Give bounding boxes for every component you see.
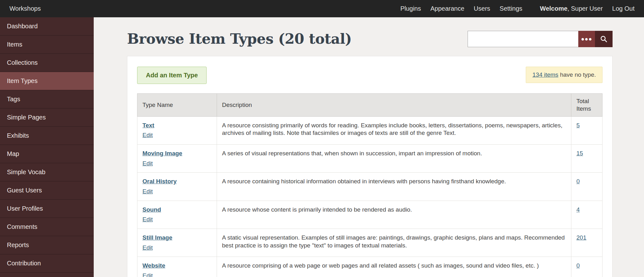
page-title: Browse Item Types (20 total) <box>127 30 352 47</box>
type-name-link[interactable]: Sound <box>142 206 161 214</box>
sidebar-item-items[interactable]: Items <box>0 36 94 54</box>
sidebar-menu: DashboardItemsCollectionsItem TypesTagsS… <box>0 17 94 273</box>
welcome-username: , Super User <box>568 5 603 12</box>
welcome-bold: Welcome <box>540 5 567 12</box>
column-header-total-items: Total Items <box>571 94 602 117</box>
edit-link[interactable]: Edit <box>142 160 153 168</box>
search-box: ●●● <box>468 31 613 47</box>
sidebar-item-user-profiles[interactable]: User Profiles <box>0 200 94 218</box>
type-description: A static visual representation. Examples… <box>217 229 571 257</box>
sidebar-item-tags[interactable]: Tags <box>0 90 94 108</box>
type-description: A series of visual representations that,… <box>217 144 571 172</box>
table-row: Still ImageEditA static visual represent… <box>137 229 602 257</box>
search-button[interactable] <box>595 31 613 47</box>
sidebar-item-simple-vocab[interactable]: Simple Vocab <box>0 163 94 181</box>
edit-link[interactable]: Edit <box>142 131 153 139</box>
page-header: Browse Item Types (20 total) ●●● <box>127 30 613 47</box>
column-header-description: Description <box>217 94 571 117</box>
type-description: A resource whose content is primarily in… <box>217 201 571 229</box>
total-items-link[interactable]: 15 <box>576 150 583 157</box>
table-header-row: Type Name Description Total Items <box>137 94 602 117</box>
content-panel: Add an Item Type 134 items have no type.… <box>127 56 613 277</box>
edit-link[interactable]: Edit <box>142 188 153 196</box>
welcome-text: Welcome, Super User <box>540 5 603 12</box>
topbar-link-plugins[interactable]: Plugins <box>400 5 421 12</box>
sidebar-item-dashboard[interactable]: Dashboard <box>0 17 94 36</box>
table-row: TextEditA resource consisting primarily … <box>137 116 602 144</box>
sidebar-item-label[interactable]: Collections <box>7 59 38 66</box>
sidebar-item-label[interactable]: Comments <box>7 223 37 230</box>
no-type-count-link[interactable]: 134 items <box>532 71 558 78</box>
topbar-link-appearance[interactable]: Appearance <box>430 5 464 12</box>
panel-top: Add an Item Type 134 items have no type. <box>137 67 602 84</box>
sidebar-item-label[interactable]: Items <box>7 41 22 48</box>
type-description: A resource comprising of a web page or w… <box>217 257 571 277</box>
top-bar: Workshops Plugins Appearance Users Setti… <box>0 0 644 17</box>
sidebar-item-map[interactable]: Map <box>0 145 94 163</box>
total-items-link[interactable]: 5 <box>576 122 580 129</box>
sidebar-item-label[interactable]: Contribution <box>7 260 41 267</box>
main-content: Browse Item Types (20 total) ●●● Add an … <box>94 17 644 277</box>
sidebar-item-collections[interactable]: Collections <box>0 54 94 72</box>
sidebar-item-label[interactable]: Reports <box>7 241 29 249</box>
no-type-notice-text: have no type. <box>558 71 596 78</box>
edit-link[interactable]: Edit <box>142 216 153 224</box>
logout-link[interactable]: Log Out <box>612 5 635 12</box>
sidebar-item-label[interactable]: Simple Vocab <box>7 169 45 176</box>
sidebar-item-simple-pages[interactable]: Simple Pages <box>0 108 94 127</box>
type-description: A resource containing historical informa… <box>217 173 571 201</box>
sidebar-item-contribution[interactable]: Contribution <box>0 254 94 273</box>
topbar-nav: Plugins Appearance Users Settings Welcom… <box>400 5 635 12</box>
type-name-link[interactable]: Text <box>142 122 154 130</box>
sidebar-item-reports[interactable]: Reports <box>0 236 94 254</box>
total-items-link[interactable]: 0 <box>576 262 580 269</box>
sidebar-item-comments[interactable]: Comments <box>0 218 94 236</box>
edit-link[interactable]: Edit <box>142 244 153 252</box>
sidebar-item-label[interactable]: Map <box>7 150 19 158</box>
column-header-type-name: Type Name <box>137 94 217 117</box>
sidebar-item-label[interactable]: User Profiles <box>7 205 43 212</box>
sidebar-item-exhibits[interactable]: Exhibits <box>0 127 94 145</box>
type-name-link[interactable]: Moving Image <box>142 150 182 158</box>
total-items-link[interactable]: 201 <box>576 234 586 241</box>
sidebar-item-label[interactable]: Guest Users <box>7 187 42 194</box>
search-icon <box>600 35 608 43</box>
sidebar-item-label[interactable]: Item Types <box>7 77 37 85</box>
no-type-notice: 134 items have no type. <box>526 67 602 83</box>
sidebar-item-label[interactable]: Tags <box>7 96 20 103</box>
advanced-search-button[interactable]: ●●● <box>578 31 595 47</box>
ellipsis-icon: ●●● <box>581 36 592 42</box>
total-items-link[interactable]: 0 <box>576 178 580 185</box>
topbar-link-users[interactable]: Users <box>474 5 490 12</box>
total-items-link[interactable]: 4 <box>576 206 580 213</box>
sidebar-item-label[interactable]: Exhibits <box>7 132 29 139</box>
type-name-link[interactable]: Oral History <box>142 178 177 186</box>
table-row: Moving ImageEditA series of visual repre… <box>137 144 602 172</box>
sidebar-item-item-types[interactable]: Item Types <box>0 72 94 90</box>
sidebar-item-guest-users[interactable]: Guest Users <box>0 181 94 200</box>
search-input[interactable] <box>468 31 578 47</box>
add-item-type-button[interactable]: Add an Item Type <box>137 67 207 84</box>
site-title-link[interactable]: Workshops <box>9 5 41 12</box>
type-name-link[interactable]: Website <box>142 262 165 270</box>
sidebar-item-label[interactable]: Dashboard <box>7 23 38 30</box>
item-types-table: Type Name Description Total Items TextEd… <box>137 93 602 277</box>
sidebar-item-label[interactable]: Simple Pages <box>7 114 46 121</box>
edit-link[interactable]: Edit <box>142 272 153 277</box>
table-row: WebsiteEditA resource comprising of a we… <box>137 257 602 277</box>
sidebar: DashboardItemsCollectionsItem TypesTagsS… <box>0 17 94 277</box>
topbar-link-settings[interactable]: Settings <box>500 5 522 12</box>
type-description: A resource consisting primarily of words… <box>217 116 571 144</box>
table-row: Oral HistoryEditA resource containing hi… <box>137 173 602 201</box>
table-row: SoundEditA resource whose content is pri… <box>137 201 602 229</box>
type-name-link[interactable]: Still Image <box>142 234 172 242</box>
